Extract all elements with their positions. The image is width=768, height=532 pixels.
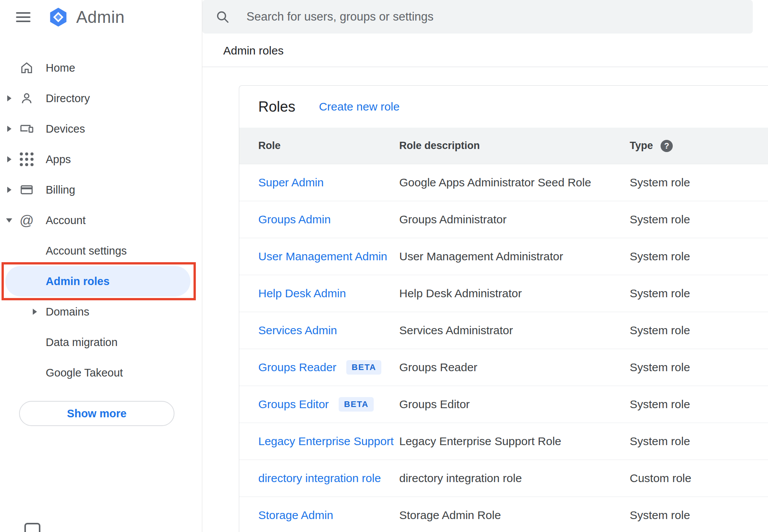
sidebar-item-label: Billing — [46, 184, 75, 196]
apps-grid-icon — [18, 152, 35, 166]
role-description: Groups Editor — [399, 398, 630, 411]
role-description: Help Desk Administrator — [399, 287, 630, 300]
column-header-description: Role description — [399, 140, 630, 152]
column-header-type: Type ? — [630, 140, 768, 152]
create-new-role-link[interactable]: Create new role — [319, 100, 400, 113]
chevron-right-icon[interactable] — [0, 187, 18, 193]
sidebar-item-google-takeout[interactable]: Google Takeout — [0, 357, 202, 388]
breadcrumb-row: Admin roles — [202, 34, 768, 67]
role-link[interactable]: User Management Admin — [258, 250, 387, 263]
admin-logo[interactable]: Admin — [48, 7, 125, 27]
sidebar-item-label: Home — [46, 62, 75, 74]
beta-badge: BETA — [346, 360, 381, 375]
role-link[interactable]: Services Admin — [258, 324, 337, 337]
search-row — [202, 0, 768, 34]
breadcrumb: Admin roles — [223, 44, 283, 57]
role-type: System role — [630, 287, 768, 300]
sidebar-item-label: Domains — [46, 306, 89, 318]
sidebar-item-devices[interactable]: Devices — [0, 114, 202, 144]
table-row: Legacy Enterprise Support Legacy Enterpr… — [239, 423, 768, 460]
role-description: directory integration role — [399, 472, 630, 485]
role-description: Groups Reader — [399, 361, 630, 374]
chevron-right-icon[interactable] — [0, 126, 18, 132]
search-icon — [215, 10, 230, 24]
help-icon[interactable]: ? — [661, 140, 673, 152]
role-link[interactable]: directory integration role — [258, 472, 381, 485]
roles-card-header: Roles Create new role — [239, 86, 768, 128]
sidebar-nav: Home Directory — [0, 34, 202, 426]
role-type: System role — [630, 176, 768, 189]
main-content: Admin roles Roles Create new role Role R… — [202, 0, 768, 532]
sidebar-item-label: Account settings — [46, 245, 127, 257]
credit-card-icon — [18, 183, 35, 197]
table-row: User Management Admin User Management Ad… — [239, 238, 768, 275]
column-header-role: Role — [239, 140, 399, 152]
role-link[interactable]: Groups Admin — [258, 213, 331, 226]
role-link[interactable]: Groups Reader — [258, 361, 336, 374]
chevron-down-icon[interactable] — [0, 218, 18, 223]
roles-card: Roles Create new role Role Role descript… — [239, 85, 768, 532]
search-input[interactable] — [246, 10, 740, 24]
table-row: Storage Admin Storage Admin Role System … — [239, 497, 768, 532]
sidebar-item-billing[interactable]: Billing — [0, 175, 202, 205]
sidebar-item-account[interactable]: @ Account — [0, 205, 202, 236]
sidebar-item-apps[interactable]: Apps — [0, 144, 202, 175]
role-link[interactable]: Legacy Enterprise Support — [258, 435, 394, 448]
app-name: Admin — [76, 8, 125, 27]
role-type: Custom role — [630, 472, 768, 485]
role-description: Storage Admin Role — [399, 509, 630, 522]
role-type: System role — [630, 361, 768, 374]
sidebar-item-domains[interactable]: Domains — [0, 296, 202, 327]
role-type: System role — [630, 398, 768, 411]
hamburger-menu-icon[interactable] — [16, 12, 30, 22]
devices-icon — [18, 122, 35, 136]
admin-console: Admin Home — [0, 0, 768, 532]
role-link[interactable]: Help Desk Admin — [258, 287, 346, 300]
column-header-type-label: Type — [630, 140, 653, 152]
sidebar-item-label: Apps — [46, 153, 71, 166]
role-description: Google Apps Administrator Seed Role — [399, 176, 630, 189]
sidebar-item-home[interactable]: Home — [0, 53, 202, 83]
person-icon — [18, 91, 35, 106]
sidebar-item-directory[interactable]: Directory — [0, 83, 202, 114]
chevron-right-icon[interactable] — [0, 156, 18, 162]
role-type: System role — [630, 509, 768, 522]
sidebar: Admin Home — [0, 0, 202, 532]
role-description: Groups Administrator — [399, 213, 630, 226]
role-type: System role — [630, 435, 768, 448]
sidebar-item-label: Data migration — [46, 336, 118, 349]
chevron-right-icon[interactable] — [33, 309, 46, 315]
sidebar-header: Admin — [0, 0, 202, 34]
admin-logo-icon — [48, 7, 69, 27]
search-bar[interactable] — [202, 0, 753, 34]
role-link[interactable]: Storage Admin — [258, 509, 333, 522]
table-row: Groups Reader BETA Groups Reader System … — [239, 349, 768, 386]
table-row: Groups Editor BETA Groups Editor System … — [239, 386, 768, 423]
sidebar-item-label: Google Takeout — [46, 367, 123, 379]
card-title: Roles — [258, 99, 295, 115]
table-header-row: Role Role description Type ? — [239, 128, 768, 164]
role-description: Services Administrator — [399, 324, 630, 337]
table-row: Super Admin Google Apps Administrator Se… — [239, 164, 768, 201]
chevron-right-icon[interactable] — [0, 95, 18, 101]
sidebar-item-label: Devices — [46, 123, 85, 135]
role-link[interactable]: Groups Editor — [258, 398, 329, 411]
sidebar-item-account-settings[interactable]: Account settings — [0, 236, 202, 266]
sidebar-item-admin-roles[interactable]: Admin roles — [5, 266, 190, 296]
role-description: User Management Administrator — [399, 250, 630, 263]
role-link[interactable]: Super Admin — [258, 176, 324, 189]
show-more-button[interactable]: Show more — [19, 401, 174, 426]
partial-sidebar-icon — [24, 523, 40, 532]
at-sign-icon: @ — [18, 213, 35, 228]
sidebar-item-label: Account — [46, 214, 86, 227]
table-row: directory integration role directory int… — [239, 460, 768, 497]
sidebar-item-label: Admin roles — [46, 275, 110, 288]
sidebar-item-label: Directory — [46, 92, 90, 105]
home-icon — [18, 61, 35, 75]
sidebar-item-data-migration[interactable]: Data migration — [0, 327, 202, 357]
table-row: Groups Admin Groups Administrator System… — [239, 201, 768, 238]
role-type: System role — [630, 250, 768, 263]
table-row: Help Desk Admin Help Desk Administrator … — [239, 275, 768, 312]
role-description: Legacy Enterprise Support Role — [399, 435, 630, 448]
role-type: System role — [630, 213, 768, 226]
